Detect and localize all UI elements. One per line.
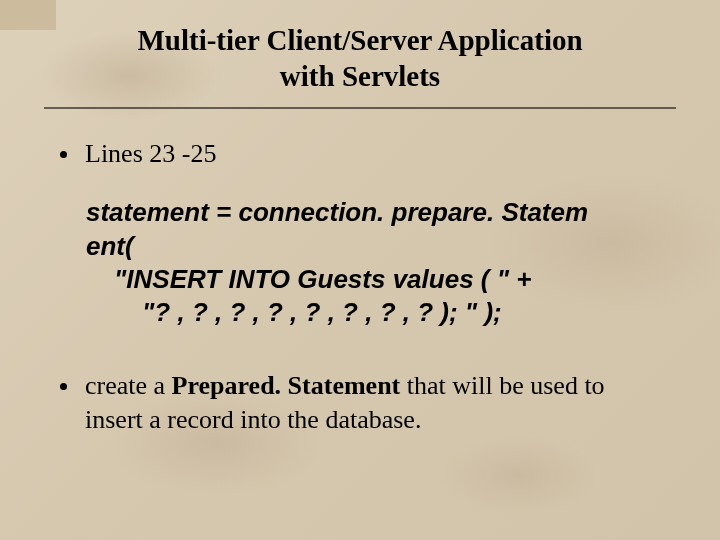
slide: Multi-tier Client/Server Application wit… [0,0,720,540]
bullet-item: Lines 23 -25 [60,137,660,171]
title-block: Multi-tier Client/Server Application wit… [44,0,676,109]
corner-decoration [0,0,56,30]
code-block: statement = connection. prepare. Statem … [60,196,660,329]
bullet-dot-icon [60,151,67,158]
slide-title: Multi-tier Client/Server Application wit… [44,22,676,95]
slide-body: Lines 23 -25 statement = connection. pre… [0,109,720,437]
bullet-dot-icon [60,383,67,390]
bullet-item: create a Prepared. Statement that will b… [60,369,660,437]
bullet-text: Lines 23 -25 [85,137,660,171]
title-line-2: with Servlets [280,60,440,92]
code-line: "? , ? , ? , ? , ? , ? , ? , ? ); " ); [86,296,660,329]
code-line: statement = connection. prepare. Statem [86,196,660,229]
bullet-text: create a Prepared. Statement that will b… [85,369,660,437]
code-line: ent( [86,230,660,263]
text-bold: Prepared. Statement [172,371,401,400]
text-run: create a [85,371,172,400]
code-line: "INSERT INTO Guests values ( " + [86,263,660,296]
title-line-1: Multi-tier Client/Server Application [137,24,582,56]
